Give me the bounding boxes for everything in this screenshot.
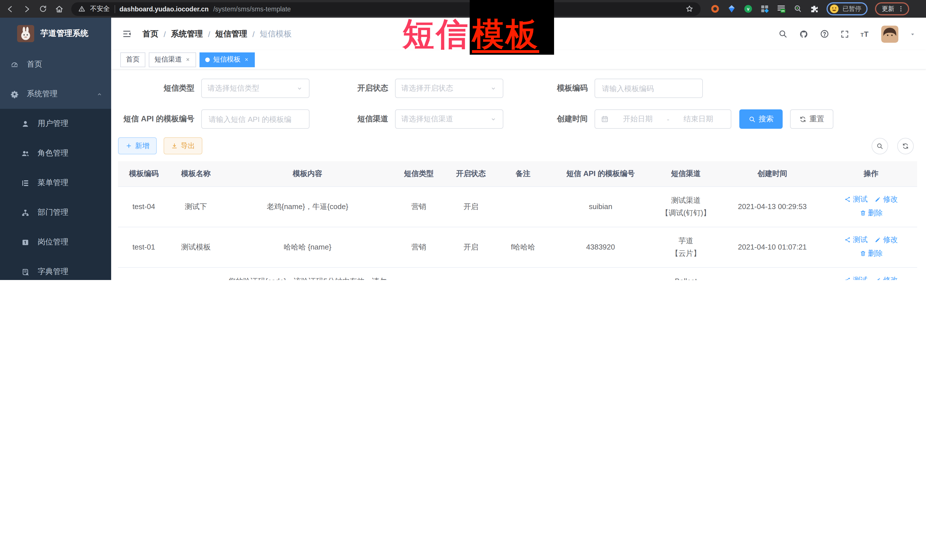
sidebar-item-dept-management[interactable]: 部门管理 [0,198,111,227]
table-toolbar: 新增 导出 [118,137,917,154]
enable-status-select[interactable]: 请选择开启状态 [395,78,503,98]
cell-actions: 测试修改删除 [825,227,917,267]
main-content: 短信类型请选择短信类型开启状态请选择开启状态模板编码短信 API 的模板编号短信… [111,69,926,280]
gear-icon [10,90,19,98]
template-code-label: 模板编码 [503,83,595,94]
tab-home[interactable]: 首页 [120,52,145,67]
list-on-extension-icon[interactable]: on [776,4,786,14]
breadcrumb-item: 短信模板 [260,29,292,39]
search-button-label: 搜索 [759,114,773,124]
action-delete-link[interactable]: 删除 [859,247,883,260]
tab-label: 首页 [126,55,140,64]
home-icon[interactable] [55,4,64,14]
add-button[interactable]: 新增 [118,137,157,154]
sidebar-item-menu-management[interactable]: 菜单管理 [0,168,111,198]
reset-button[interactable]: 重置 [790,109,834,129]
fullscreen-icon[interactable] [840,29,849,38]
api-template-id-input-field[interactable] [207,114,303,124]
sidebar-item-label: 菜单管理 [38,178,68,188]
sidebar-item-user-management[interactable]: 用户管理 [0,109,111,139]
close-icon[interactable] [185,57,191,62]
app-title: 芋道管理系统 [41,29,88,39]
sidebar-item-home[interactable]: 首页 [0,50,111,79]
bookmark-star-icon[interactable] [685,5,694,13]
profile-avatar-icon [829,3,840,14]
reload-icon[interactable] [39,5,47,13]
avatar-caret-down-icon[interactable] [909,30,916,37]
sidebar-item-post-management[interactable]: 岗位管理 [0,227,111,257]
breadcrumb-item[interactable]: 短信管理 [215,29,247,39]
url-host: dashboard.yudao.iocoder.cn [120,5,209,12]
template-code-input[interactable] [595,78,703,98]
sidebar-item-label: 角色管理 [38,148,68,158]
sidebar-menu: 首页 系统管理 用户管理 角色管理 菜单管理 部门管理 岗位管理 字典管理 通知… [0,50,111,280]
cell-status: 开启 [445,187,497,227]
svg-text:v: v [747,6,750,11]
filter-item-api-template-id: 短信 API 的模板编号 [118,109,310,129]
warning-icon [78,5,86,12]
sms-type-select[interactable]: 请选择短信类型 [201,78,310,98]
sidebar-item-role-management[interactable]: 角色管理 [0,139,111,168]
update-label: 更新 [882,5,894,13]
search-icon[interactable] [778,29,788,39]
filter-item-enable-status: 开启状态请选择开启状态 [310,78,503,98]
app-window: 不安全 dashboard.yudao.iocoder.cn/system/sm… [0,0,926,280]
back-icon[interactable] [6,4,15,14]
filter-item-create-time: 创建时间开始日期-结束日期 [503,109,731,129]
sidebar-item-system-management[interactable]: 系统管理 [0,79,111,109]
tab-sms-template[interactable]: 短信模板 [200,52,255,67]
search-button[interactable]: 搜索 [739,109,783,129]
puzzle-extension-icon[interactable] [809,4,819,14]
cell-remark: f哈哈哈 [497,227,549,267]
api-template-id-input[interactable] [201,109,310,129]
export-button[interactable]: 导出 [163,137,202,154]
reset-button-label: 重置 [809,114,824,124]
action-test-link[interactable]: 测试 [844,193,868,206]
breadcrumb-item[interactable]: 首页 [142,29,159,39]
ring-extension-icon[interactable] [710,4,720,14]
template-code-input-field[interactable] [601,83,696,93]
cell-content: 您的验证码{code}，该验证码5分钟内有效，请勿泄漏于他人！ [222,267,393,280]
action-delete-link[interactable]: 删除 [859,207,883,219]
action-modify-link[interactable]: 修改 [875,193,898,206]
column-header: 短信渠道 [652,161,720,187]
browser-menu-icon[interactable] [897,5,905,12]
user-avatar[interactable] [881,25,898,42]
sms-channel-select[interactable]: 请选择短信渠道 [395,109,503,129]
cell-api-template-id: 4383920 [549,227,652,267]
action-test-link[interactable]: 测试 [844,274,868,280]
sidebar-item-dict-management[interactable]: 字典管理 [0,257,111,280]
cell-remark [497,187,549,227]
select-placeholder: 请选择短信类型 [207,83,259,94]
sms-channel-label: 短信渠道 [310,114,395,124]
toggle-search-button[interactable] [872,137,888,154]
collapse-sidebar-icon[interactable] [121,29,132,39]
font-size-icon[interactable]: TT [860,29,870,39]
cell-created: 2021-04-13 00:29:53 [720,187,825,227]
close-icon[interactable] [244,57,249,62]
gem-extension-icon[interactable] [727,4,737,14]
help-icon[interactable] [820,29,829,39]
tab-sms-channel[interactable]: 短信渠道 [149,52,196,67]
update-button[interactable]: 更新 [875,2,909,15]
cell-name: 测试下 [169,187,222,227]
profile-status-label: 已暂停 [843,5,861,13]
action-test-link[interactable]: 测试 [844,234,868,246]
action-modify-link[interactable]: 修改 [875,274,898,280]
vbadge-extension-icon[interactable]: v [743,4,753,14]
loupe-extension-icon[interactable] [793,4,803,14]
github-icon[interactable] [799,29,809,39]
profile-paused-pill[interactable]: 已暂停 [826,2,868,15]
breadcrumb-item[interactable]: 系统管理 [171,29,203,39]
sidebar-item-label: 首页 [27,59,42,69]
create-time-daterange[interactable]: 开始日期-结束日期 [595,109,731,129]
security-label: 不安全 [90,5,110,13]
refresh-table-button[interactable] [897,137,914,154]
action-label: 修改 [883,193,898,206]
action-modify-link[interactable]: 修改 [875,234,898,246]
tags-view: 首页 短信渠道 短信模板 [111,50,926,69]
grid-extension-icon[interactable] [760,4,770,14]
forward-icon[interactable] [22,4,31,14]
address-bar[interactable]: 不安全 dashboard.yudao.iocoder.cn/system/sm… [71,2,701,16]
page-header: 首页/系统管理/短信管理/短信模板 TT [111,18,926,50]
